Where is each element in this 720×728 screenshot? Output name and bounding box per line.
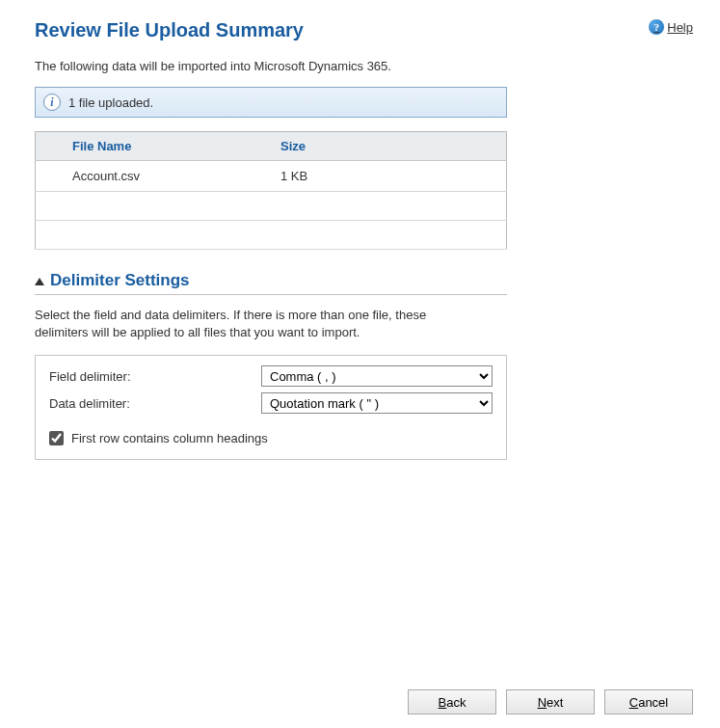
delimiter-section-title: Delimiter Settings (50, 271, 190, 290)
first-row-headings-checkbox[interactable] (49, 431, 64, 445)
delimiter-section-header[interactable]: Delimiter Settings (35, 271, 507, 295)
help-link[interactable]: ? Help (649, 19, 693, 35)
help-icon: ? (649, 19, 664, 35)
back-button[interactable]: Back (408, 689, 496, 715)
upload-banner-text: 1 file uploaded. (68, 95, 153, 110)
next-button[interactable]: Next (506, 689, 595, 715)
cell-file-name: Account.csv (36, 161, 272, 192)
file-table: File Name Size Account.csv 1 KB (35, 131, 507, 250)
table-row[interactable]: Account.csv 1 KB (36, 161, 507, 192)
intro-text: The following data will be imported into… (35, 59, 693, 73)
cell-size: 1 KB (271, 161, 507, 192)
info-icon: i (43, 94, 61, 111)
col-file-name[interactable]: File Name (36, 132, 272, 161)
table-row-empty (36, 221, 507, 250)
first-row-headings-label: First row contains column headings (71, 431, 268, 445)
upload-banner: i 1 file uploaded. (35, 87, 507, 118)
data-delimiter-label: Data delimiter: (49, 396, 261, 411)
delimiter-settings-box: Field delimiter: Comma ( , ) Data delimi… (35, 355, 507, 460)
field-delimiter-label: Field delimiter: (49, 369, 261, 384)
help-label: Help (667, 20, 693, 35)
field-delimiter-select[interactable]: Comma ( , ) (261, 365, 493, 387)
delimiter-description: Select the field and data delimiters. If… (35, 307, 459, 341)
chevron-down-icon (35, 278, 44, 285)
data-delimiter-select[interactable]: Quotation mark ( " ) (261, 392, 493, 414)
button-bar: Back Next Cancel (408, 689, 693, 715)
page-title: Review File Upload Summary (35, 19, 304, 41)
cancel-button[interactable]: Cancel (604, 689, 693, 715)
col-size[interactable]: Size (271, 132, 507, 161)
table-row-empty (36, 192, 507, 221)
